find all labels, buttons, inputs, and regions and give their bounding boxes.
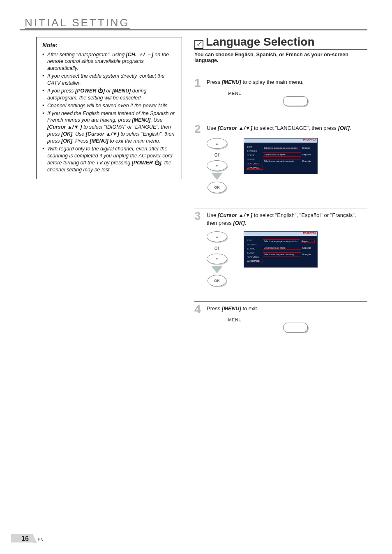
step-1: 1 Press [MENU] to display the main menu.…: [194, 75, 367, 106]
menu-label: MENU: [223, 318, 247, 322]
osd-menu-item: LANGUAGE: [246, 166, 263, 170]
osd-line: Sélectionner langue écran config.: [263, 159, 301, 163]
note-title: Note:: [42, 42, 176, 50]
osd-line: Select the language for setup display.: [263, 239, 300, 243]
osd-display: MAGNAVOXEXITPICTURESOUNDSETUPFEATURESLAN…: [244, 231, 318, 268]
menu-button-icon: [283, 323, 308, 332]
step-4: 4 Press [MENU] to exit. MENU: [194, 301, 367, 332]
step-3: 3 Use [Cursor ▲/▼] to select "English", …: [194, 208, 367, 286]
osd-menu-item: PICTURE: [246, 149, 263, 153]
section-subtitle: You can choose English, Spanish, or Fren…: [194, 52, 367, 63]
note-item: Channel settings will be saved even if t…: [42, 102, 176, 109]
step-number: 3: [194, 211, 203, 221]
ok-button-icon: OK: [208, 275, 226, 286]
cursor-up-icon: ▲: [207, 231, 227, 242]
note-box: Note: After setting "Autoprogram", using…: [36, 37, 182, 179]
menu-label: MENU: [223, 91, 247, 96]
page-footer: 16 EN: [11, 534, 44, 542]
osd-line: Elija el idioma de ajuste.: [263, 152, 301, 157]
checkbox-icon: ✓: [194, 40, 203, 49]
note-item: If you need the English menus instead of…: [42, 110, 176, 145]
osd-line: Sélectionner langue écran config.: [263, 252, 301, 256]
or-label: or: [214, 245, 219, 251]
osd-lang-option: Français: [302, 253, 315, 256]
section-title: Language Selection: [206, 35, 315, 48]
osd-lang-option: Español: [302, 247, 315, 249]
step-number: 4: [194, 304, 203, 314]
osd-brand: MAGNAVOX: [303, 232, 316, 234]
osd-menu-item: LANGUAGE: [246, 259, 263, 263]
osd-menu-item: SETUP: [246, 251, 263, 255]
page-lang: EN: [38, 538, 44, 542]
note-item: If you press [POWER ⏻] or [MENU] during …: [42, 88, 176, 102]
osd-menu-item: FEATURES: [246, 162, 263, 166]
osd-menu-item: SETUP: [246, 157, 263, 162]
step-2: 2 Use [Cursor ▲/▼] to select "LANGUAGE",…: [194, 121, 367, 193]
osd-menu-item: SOUND: [246, 247, 263, 251]
remote-menu-graphic: MENU: [223, 318, 367, 332]
remote-cursor-graphic: ▲ or ▼ OK: [207, 231, 227, 286]
osd-brand: MAGNAVOX: [303, 138, 316, 141]
osd-lang-option: English: [301, 240, 315, 243]
osd-menu-item: SOUND: [246, 153, 263, 157]
osd-lang-option: Español: [302, 153, 315, 156]
cursor-down-icon: ▼: [207, 160, 227, 171]
remote-cursor-graphic: ▲ or ▼ OK: [207, 138, 227, 193]
cursor-down-icon: ▼: [207, 254, 227, 264]
header-title: NITIAL SETTING: [25, 16, 130, 29]
step-text: Press [MENU] to exit.: [207, 304, 258, 313]
osd-display: MAGNAVOXEXITPICTURESOUNDSETUPFEATURESLAN…: [244, 138, 318, 174]
cursor-up-icon: ▲: [207, 138, 227, 149]
page-header: NITIAL SETTING: [20, 16, 367, 30]
osd-content: Select the language for setup display.En…: [263, 145, 316, 170]
page-number: 16: [11, 534, 33, 542]
section-heading: ✓ Language Selection: [194, 35, 367, 50]
osd-content: Select the language for setup display.En…: [263, 238, 316, 263]
step-text: Press [MENU] to display the main menu.: [207, 78, 304, 86]
step-number: 1: [194, 78, 203, 88]
arrow-down-icon: [211, 173, 223, 180]
arrow-down-icon: [211, 266, 223, 273]
remote-menu-graphic: MENU: [223, 91, 367, 106]
menu-button-icon: [283, 96, 308, 106]
osd-lang-option: Français: [302, 160, 315, 162]
note-list: After setting "Autoprogram", using [CH. …: [42, 51, 176, 173]
step-text: Use [Cursor ▲/▼] to select "LANGUAGE", t…: [207, 124, 351, 132]
or-label: or: [214, 151, 219, 158]
osd-menu: EXITPICTURESOUNDSETUPFEATURESLANGUAGE: [246, 145, 263, 170]
osd-menu-item: PICTURE: [246, 242, 263, 247]
osd-menu: EXITPICTURESOUNDSETUPFEATURESLANGUAGE: [246, 238, 263, 263]
step-text: Use [Cursor ▲/▼] to select "English", "E…: [207, 211, 367, 227]
ok-button-icon: OK: [208, 182, 226, 193]
note-item: With regard only to the digital channel,…: [42, 145, 176, 173]
osd-lang-option: English: [302, 147, 315, 149]
osd-menu-item: EXIT: [246, 145, 263, 149]
osd-line: Select the language for setup display.: [263, 146, 301, 150]
step-number: 2: [194, 124, 203, 134]
osd-line: Elija el idioma de ajuste.: [263, 246, 301, 250]
osd-menu-item: FEATURES: [246, 255, 263, 259]
note-item: After setting "Autoprogram", using [CH. …: [42, 51, 176, 72]
note-item: If you connect the cable system directly…: [42, 73, 176, 87]
osd-menu-item: EXIT: [246, 238, 263, 242]
